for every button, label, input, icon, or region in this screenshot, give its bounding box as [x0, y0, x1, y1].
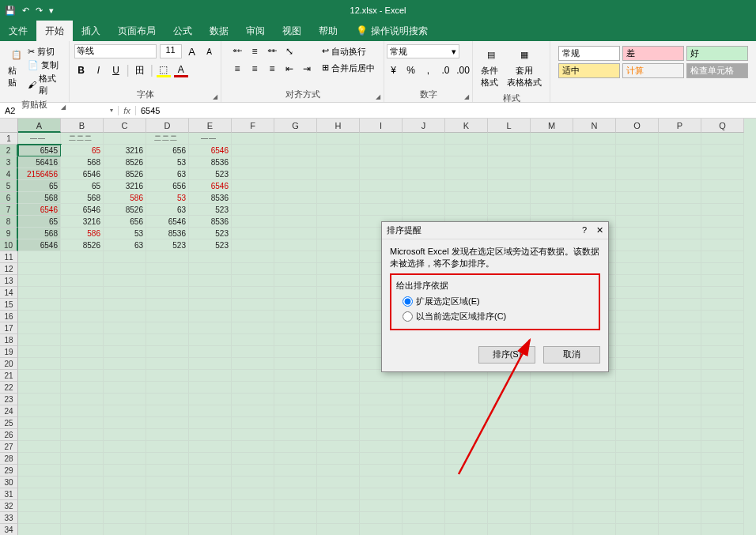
- cell[interactable]: [488, 180, 531, 192]
- cell[interactable]: [403, 429, 445, 441]
- cell[interactable]: [659, 251, 701, 263]
- cell[interactable]: [573, 405, 616, 417]
- row-header-13[interactable]: 13: [0, 275, 18, 287]
- cell[interactable]: [531, 488, 573, 500]
- row-header-20[interactable]: 20: [0, 358, 18, 370]
- cell[interactable]: 523: [189, 204, 232, 216]
- cell[interactable]: 63: [104, 239, 146, 251]
- cell[interactable]: [445, 512, 488, 524]
- cell[interactable]: 523: [146, 239, 189, 251]
- cell[interactable]: [573, 488, 616, 500]
- cell[interactable]: [317, 512, 360, 524]
- column-header-E[interactable]: E: [189, 119, 232, 133]
- cell[interactable]: [18, 405, 61, 417]
- column-header-L[interactable]: L: [488, 119, 531, 133]
- cell[interactable]: [403, 500, 445, 512]
- dialog-close-icon[interactable]: ✕: [596, 225, 603, 235]
- cell[interactable]: [189, 287, 232, 299]
- cell[interactable]: [274, 216, 317, 228]
- cell[interactable]: [701, 334, 744, 346]
- cell[interactable]: [317, 465, 360, 477]
- cell[interactable]: [531, 168, 573, 180]
- cell[interactable]: 3216: [104, 145, 146, 156]
- cell[interactable]: 2156456: [18, 168, 61, 180]
- cell[interactable]: [317, 311, 360, 322]
- cell[interactable]: [189, 370, 232, 382]
- cell[interactable]: [317, 228, 360, 239]
- cell[interactable]: [232, 204, 274, 216]
- cell[interactable]: [274, 145, 317, 156]
- cell[interactable]: [403, 192, 445, 204]
- cell[interactable]: [104, 488, 146, 500]
- cell[interactable]: [616, 417, 659, 429]
- cell[interactable]: [317, 299, 360, 311]
- row-header-27[interactable]: 27: [0, 441, 18, 453]
- cell[interactable]: [104, 346, 146, 358]
- cell[interactable]: [189, 512, 232, 524]
- cell[interactable]: [701, 465, 744, 477]
- cell[interactable]: [146, 346, 189, 358]
- cell[interactable]: [146, 251, 189, 263]
- cell[interactable]: [317, 334, 360, 346]
- cell[interactable]: [360, 133, 403, 145]
- copy-button[interactable]: 📄复制: [28, 59, 64, 71]
- cell[interactable]: [573, 204, 616, 216]
- cell[interactable]: [317, 275, 360, 287]
- cell[interactable]: [232, 453, 274, 465]
- cell[interactable]: [616, 488, 659, 500]
- cell[interactable]: [274, 429, 317, 441]
- cell[interactable]: [403, 441, 445, 453]
- tab-审阅[interactable]: 审阅: [237, 21, 274, 41]
- cell[interactable]: [701, 429, 744, 441]
- cell[interactable]: [146, 322, 189, 334]
- cell[interactable]: [531, 192, 573, 204]
- cell[interactable]: [616, 145, 659, 156]
- cell[interactable]: [701, 251, 744, 263]
- cell[interactable]: [445, 488, 488, 500]
- row-header-29[interactable]: 29: [0, 465, 18, 477]
- cell[interactable]: [360, 441, 403, 453]
- cell[interactable]: [403, 465, 445, 477]
- cell[interactable]: 523: [189, 239, 232, 251]
- cell[interactable]: [232, 216, 274, 228]
- tab-插入[interactable]: 插入: [73, 21, 109, 41]
- cell[interactable]: [360, 382, 403, 394]
- row-header-17[interactable]: 17: [0, 322, 18, 334]
- cell[interactable]: [274, 180, 317, 192]
- cell[interactable]: [274, 370, 317, 382]
- cell[interactable]: [488, 382, 531, 394]
- cell[interactable]: [360, 156, 403, 168]
- cell[interactable]: [232, 512, 274, 524]
- cell[interactable]: 6546: [18, 204, 61, 216]
- cell[interactable]: [18, 477, 61, 488]
- cell[interactable]: [659, 382, 701, 394]
- cell[interactable]: 8526: [104, 156, 146, 168]
- cell[interactable]: [360, 192, 403, 204]
- cell[interactable]: [61, 299, 104, 311]
- cell[interactable]: [232, 228, 274, 239]
- cell[interactable]: [274, 239, 317, 251]
- cell[interactable]: [104, 465, 146, 477]
- paste-button[interactable]: 📋 粘贴: [5, 44, 28, 90]
- cell[interactable]: [232, 145, 274, 156]
- row-header-7[interactable]: 7: [0, 204, 18, 216]
- cell[interactable]: [403, 145, 445, 156]
- cell[interactable]: [146, 311, 189, 322]
- tab-数据[interactable]: 数据: [201, 21, 237, 41]
- cell[interactable]: [61, 311, 104, 322]
- cancel-button[interactable]: 取消: [543, 346, 600, 364]
- row-header-8[interactable]: 8: [0, 216, 18, 228]
- cell[interactable]: [659, 346, 701, 358]
- cell[interactable]: [274, 192, 317, 204]
- cell[interactable]: [488, 477, 531, 488]
- align-left-icon[interactable]: ≡: [230, 62, 244, 76]
- cell[interactable]: [573, 192, 616, 204]
- cell[interactable]: [146, 417, 189, 429]
- cell[interactable]: [317, 204, 360, 216]
- cell[interactable]: [146, 275, 189, 287]
- cell[interactable]: [701, 500, 744, 512]
- cell[interactable]: [18, 358, 61, 370]
- cell[interactable]: [18, 251, 61, 263]
- cell[interactable]: [531, 465, 573, 477]
- cell[interactable]: [445, 382, 488, 394]
